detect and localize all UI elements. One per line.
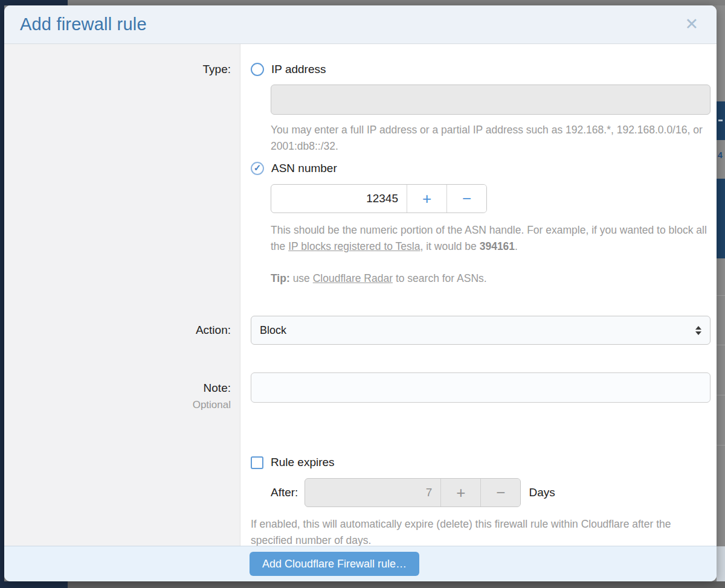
type-label: Type:: [4, 62, 241, 287]
divider: [717, 295, 725, 296]
rule-expires-checkbox[interactable]: [251, 456, 263, 469]
background-right-strip: 4: [717, 5, 725, 581]
dialog-body: Type: IP address You may enter a full IP…: [4, 44, 717, 546]
background-top-navy-bar: [0, 0, 68, 5]
ip-address-radio[interactable]: [251, 63, 264, 76]
asn-help-text: This should be the numeric portion of th…: [271, 222, 710, 255]
action-control: Block: [241, 316, 717, 345]
tip-bold: Tip:: [271, 272, 290, 284]
note-control: [241, 372, 717, 413]
asn-number-option-label: ASN number: [271, 162, 337, 175]
background-navy-block: [717, 101, 725, 140]
action-label: Action:: [4, 324, 241, 337]
tip-part2: to search for ASNs.: [393, 272, 487, 284]
note-optional-label: Optional: [4, 397, 231, 413]
tip-part1: use: [290, 272, 313, 284]
expire-help-text: If enabled, this will automatically expi…: [251, 516, 704, 546]
rule-expires-option[interactable]: Rule expires: [251, 455, 710, 470]
ip-address-option[interactable]: IP address: [251, 62, 710, 77]
days-increment-button[interactable]: +: [440, 479, 480, 507]
type-row: Type: IP address You may enter a full IP…: [4, 62, 717, 287]
days-decrement-button[interactable]: −: [480, 479, 520, 507]
asn-help-part2: , it would be: [420, 240, 479, 252]
asn-stepper-wrap: + −: [271, 184, 710, 213]
asn-tip-text: Tip: use Cloudflare Radar to search for …: [271, 270, 710, 287]
background-bottom-navy-bar: [0, 581, 68, 588]
dialog-header: Add firewall rule ✕: [4, 5, 717, 44]
rule-expires-option-label: Rule expires: [271, 456, 335, 469]
background-bottom-gray-bar: [68, 581, 725, 588]
note-label-block: Note: Optional: [4, 372, 241, 413]
divider: [717, 445, 725, 446]
ip-address-input[interactable]: [271, 85, 710, 115]
days-stepper: + −: [304, 478, 521, 507]
ip-address-option-label: IP address: [271, 63, 326, 76]
note-label: Note:: [4, 380, 231, 396]
background-left-navy-bar: [0, 5, 4, 588]
action-row: Action: Block: [4, 316, 717, 345]
divider: [717, 345, 725, 345]
background-number: 4: [718, 150, 723, 160]
rule-expires-row: Rule expires After: + − Days If enabled,…: [4, 455, 717, 546]
asn-number-option[interactable]: ✓ ASN number: [251, 161, 710, 176]
rule-expires-label-spacer: [4, 455, 241, 546]
add-cloudflare-firewall-rule-button[interactable]: Add Cloudflare Firewall rule…: [250, 552, 419, 576]
asn-example-number: 394161: [480, 240, 515, 252]
add-firewall-rule-dialog: Add firewall rule ✕ Type: IP address You…: [4, 5, 717, 581]
asn-number-input[interactable]: [271, 185, 407, 213]
asn-number-stepper: + −: [271, 184, 487, 213]
dialog-footer: Add Cloudflare Firewall rule…: [4, 546, 717, 581]
asn-number-radio-checked[interactable]: ✓: [251, 162, 264, 175]
cloudflare-radar-link[interactable]: Cloudflare Radar: [313, 272, 393, 284]
background-mark: [718, 120, 723, 121]
select-arrows-icon: [695, 326, 701, 335]
action-select-value: Block: [260, 324, 286, 337]
after-label: After:: [271, 486, 298, 499]
firewall-rule-form: Type: IP address You may enter a full IP…: [4, 44, 717, 546]
action-select[interactable]: Block: [251, 316, 710, 345]
days-input[interactable]: [305, 479, 440, 507]
asn-help-part3: .: [515, 240, 518, 252]
dialog-title: Add firewall rule: [20, 14, 147, 34]
rule-expires-control: Rule expires After: + − Days If enabled,…: [241, 455, 717, 546]
note-row: Note: Optional: [4, 372, 717, 413]
after-row: After: + − Days: [271, 478, 710, 507]
days-label: Days: [529, 486, 555, 499]
check-icon: ✓: [252, 162, 263, 173]
asn-decrement-button[interactable]: −: [446, 185, 486, 213]
type-options: IP address You may enter a full IP addre…: [241, 62, 717, 287]
ip-input-wrap: [271, 85, 710, 115]
background-top-gray-bar: [68, 0, 725, 5]
background-footer-strip: [717, 546, 725, 581]
note-input[interactable]: [251, 372, 710, 403]
ip-address-help: You may enter a full IP address or a par…: [271, 122, 710, 155]
divider: [717, 395, 725, 395]
close-icon[interactable]: ✕: [685, 16, 698, 33]
asn-increment-button[interactable]: +: [407, 185, 446, 213]
background-navy-block: [717, 179, 725, 258]
tesla-ip-blocks-link[interactable]: IP blocks registered to Tesla: [288, 240, 420, 252]
